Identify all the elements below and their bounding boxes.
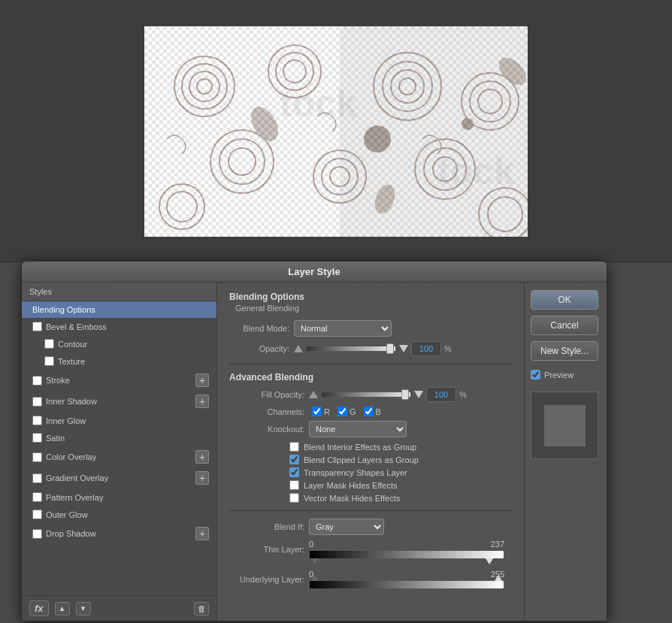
gradient-overlay-plus-btn[interactable]: + bbox=[195, 471, 209, 485]
contour-left: Contour bbox=[44, 339, 87, 349]
blend-interior-checkbox[interactable] bbox=[289, 442, 299, 452]
layer-mask-row: Layer Mask Hides Effects bbox=[229, 480, 512, 490]
blend-if-select[interactable]: Gray Red Green Blue bbox=[309, 519, 384, 535]
blend-interior-row: Blend Interior Effects as Group bbox=[229, 442, 512, 452]
inner-shadow-plus-btn[interactable]: + bbox=[195, 395, 209, 408]
pattern-overlay-checkbox[interactable] bbox=[32, 492, 42, 502]
vector-mask-row: Vector Mask Hides Effects bbox=[229, 493, 512, 503]
fill-opacity-input[interactable] bbox=[426, 387, 456, 402]
sidebar-item-gradient-overlay[interactable]: Gradient Overlay + bbox=[22, 467, 216, 488]
underlying-label: Underlying Layer: bbox=[229, 575, 304, 584]
sidebar-item-inner-shadow[interactable]: Inner Shadow + bbox=[22, 391, 216, 412]
inner-glow-checkbox[interactable] bbox=[32, 416, 42, 425]
fx-button[interactable]: fx bbox=[29, 600, 49, 616]
transparency-row: Transparency Shapes Layer bbox=[229, 467, 512, 477]
svg-point-35 bbox=[462, 118, 474, 130]
fill-opacity-slider[interactable] bbox=[321, 392, 411, 398]
sidebar-item-blending-options[interactable]: Blending Options bbox=[22, 301, 216, 318]
blend-if-row: Blend If: Gray Red Green Blue bbox=[229, 519, 512, 535]
stroke-label: Stroke bbox=[46, 376, 70, 385]
channel-b-checkbox[interactable] bbox=[364, 407, 374, 416]
opacity-percent: % bbox=[444, 344, 452, 353]
move-up-button[interactable]: ▲ bbox=[55, 602, 70, 615]
blend-mode-row: Blend Mode: Normal Dissolve Multiply Scr… bbox=[229, 320, 512, 337]
knockout-select[interactable]: None Shallow Deep bbox=[309, 421, 407, 437]
opacity-slider-track[interactable] bbox=[306, 346, 396, 352]
channel-r-checkbox[interactable] bbox=[312, 407, 322, 416]
underlying-layer-row: Underlying Layer: 0 255 bbox=[229, 570, 512, 589]
channel-g-item: G bbox=[338, 407, 356, 416]
drop-shadow-checkbox[interactable] bbox=[32, 529, 42, 539]
blend-clipped-checkbox[interactable] bbox=[289, 455, 299, 464]
bevel-emboss-left: Bevel & Emboss bbox=[32, 322, 107, 331]
ok-button[interactable]: OK bbox=[531, 290, 598, 310]
outer-glow-checkbox[interactable] bbox=[32, 510, 42, 519]
stroke-plus-btn[interactable]: + bbox=[195, 373, 209, 387]
sidebar-item-drop-shadow[interactable]: Drop Shadow + bbox=[22, 523, 216, 544]
inner-shadow-left: Inner Shadow bbox=[32, 397, 97, 407]
transparency-checkbox[interactable] bbox=[289, 467, 299, 477]
bevel-emboss-label: Bevel & Emboss bbox=[46, 322, 107, 331]
opacity-input[interactable] bbox=[411, 341, 441, 356]
this-layer-right-thumb[interactable] bbox=[486, 558, 493, 564]
satin-checkbox[interactable] bbox=[32, 433, 42, 443]
sidebar-item-color-overlay[interactable]: Color Overlay + bbox=[22, 446, 216, 467]
divider-2 bbox=[229, 510, 512, 511]
opacity-slider-left-arrow bbox=[294, 345, 303, 352]
main-panel: Blending Options General Blending Blend … bbox=[217, 283, 524, 621]
cancel-button[interactable]: Cancel bbox=[531, 316, 598, 335]
preview-checkbox-container: Preview bbox=[531, 370, 601, 380]
fill-opacity-thumb[interactable] bbox=[401, 389, 409, 400]
move-down-button[interactable]: ▼ bbox=[76, 602, 91, 615]
bevel-emboss-checkbox[interactable] bbox=[32, 322, 42, 331]
vector-mask-checkbox[interactable] bbox=[289, 493, 299, 503]
drop-shadow-left: Drop Shadow bbox=[32, 529, 96, 539]
sidebar-item-outer-glow[interactable]: Outer Glow bbox=[22, 506, 216, 523]
preview-checkbox[interactable] bbox=[531, 370, 540, 380]
fill-opacity-right-arrow bbox=[414, 391, 423, 398]
channel-g-checkbox[interactable] bbox=[338, 407, 347, 416]
inner-glow-label: Inner Glow bbox=[46, 416, 86, 425]
right-panel: OK Cancel New Style... Preview bbox=[524, 283, 607, 621]
canvas-area: tock tock bbox=[0, 0, 672, 263]
sidebar-item-pattern-overlay[interactable]: Pattern Overlay bbox=[22, 488, 216, 506]
opacity-label: Opacity: bbox=[229, 344, 289, 353]
sidebar-item-texture[interactable]: Texture bbox=[22, 352, 216, 370]
underlying-right-thumb[interactable] bbox=[495, 575, 502, 581]
texture-checkbox[interactable] bbox=[44, 356, 54, 366]
channel-r-item: R bbox=[312, 407, 330, 416]
this-layer-values: 0 237 bbox=[309, 540, 504, 549]
color-overlay-checkbox[interactable] bbox=[32, 452, 42, 462]
sidebar-item-bevel-emboss[interactable]: Bevel & Emboss bbox=[22, 318, 216, 335]
underlying-layer-slider[interactable] bbox=[309, 580, 504, 589]
contour-label: Contour bbox=[58, 340, 87, 349]
sidebar-item-stroke[interactable]: Stroke + bbox=[22, 370, 216, 391]
satin-label: Satin bbox=[46, 434, 65, 443]
gradient-overlay-left: Gradient Overlay bbox=[32, 473, 108, 483]
delete-style-button[interactable]: 🗑 bbox=[194, 602, 209, 615]
stroke-checkbox[interactable] bbox=[32, 376, 42, 386]
preview-box bbox=[531, 392, 598, 459]
opacity-slider-thumb[interactable] bbox=[386, 343, 394, 354]
this-layer-slider[interactable] bbox=[309, 550, 504, 559]
sidebar-item-contour[interactable]: Contour bbox=[22, 335, 216, 352]
this-layer-left-thumb[interactable] bbox=[311, 558, 319, 564]
new-style-button[interactable]: New Style... bbox=[531, 341, 598, 361]
gradient-overlay-checkbox[interactable] bbox=[32, 473, 42, 483]
blend-interior-label: Blend Interior Effects as Group bbox=[304, 443, 416, 452]
sidebar-item-satin[interactable]: Satin bbox=[22, 429, 216, 446]
outer-glow-left: Outer Glow bbox=[32, 510, 88, 519]
channel-b-item: B bbox=[364, 407, 381, 416]
fill-opacity-label: Fill Opacity: bbox=[229, 390, 304, 399]
blend-mode-select[interactable]: Normal Dissolve Multiply Screen bbox=[294, 320, 392, 337]
svg-point-33 bbox=[364, 126, 391, 153]
texture-left: Texture bbox=[44, 356, 85, 366]
underlying-left-thumb[interactable] bbox=[311, 575, 319, 581]
drop-shadow-plus-btn[interactable]: + bbox=[195, 527, 209, 540]
sidebar-item-inner-glow[interactable]: Inner Glow bbox=[22, 412, 216, 429]
color-overlay-plus-btn[interactable]: + bbox=[195, 450, 209, 464]
inner-shadow-checkbox[interactable] bbox=[32, 397, 42, 407]
layer-mask-checkbox[interactable] bbox=[289, 480, 299, 490]
contour-checkbox[interactable] bbox=[44, 339, 54, 349]
knockout-label: Knockout: bbox=[229, 425, 304, 434]
